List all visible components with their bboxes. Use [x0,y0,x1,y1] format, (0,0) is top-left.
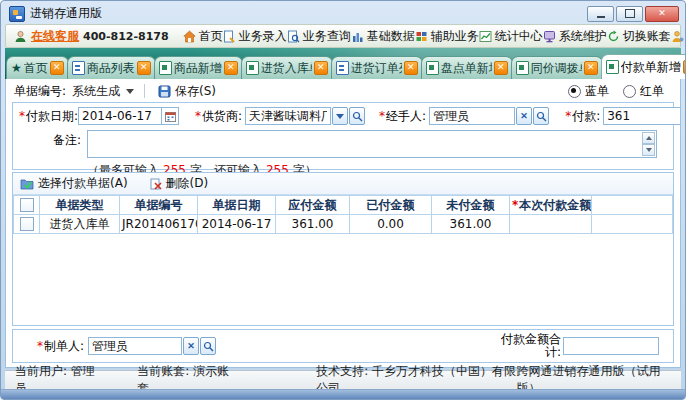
creator-input[interactable] [88,337,182,355]
minimize-icon [597,16,605,18]
tab-close-icon[interactable]: ✕ [50,61,64,75]
tab-label: 商品列表 [87,60,135,77]
tab-close-icon[interactable]: ✕ [404,61,418,75]
tab-close-icon[interactable]: ✕ [224,61,238,75]
grid-toolbar: 选择付款单据(A) 删除(D) [13,173,673,195]
tab-purchase-orders[interactable]: 进货订单列 ✕ [331,56,423,79]
remark-row: 备注: [13,130,673,161]
bar-chart-icon [351,30,364,43]
payment-input[interactable] [603,107,681,125]
radio-blue-label: 蓝单 [585,83,609,100]
tab-purchase-inbound[interactable]: 进货入库单 ✕ [241,56,333,79]
col-doc-type: 单据类型 [40,196,120,215]
scroll-down-icon[interactable] [642,144,655,156]
tab-label: 同价调拨单 [531,60,582,77]
chevron-down-icon[interactable] [126,89,134,98]
tab-close-icon[interactable]: ✕ [494,61,508,75]
refresh-icon [607,30,620,43]
menu-bar: 在线客服 400-812-8178 首页 业务录入 业务查询 基础数据 [5,24,681,48]
separator [144,84,145,98]
tab-close-icon[interactable]: ✕ [314,61,328,75]
fields-row: *付款日期: *供货商: *经手人: [13,103,673,129]
menu-item-home[interactable]: 首页 [183,28,223,45]
supplier-search-button[interactable] [349,107,365,125]
online-service-link[interactable]: 在线客服 [31,28,79,45]
cell-current-payment[interactable] [510,215,592,234]
payment-total-input[interactable] [563,337,659,355]
user-gear-icon [671,30,684,43]
customer-service-icon [14,30,27,43]
col-current-payment: *本次付款金额 [510,196,592,215]
maximize-button[interactable] [616,6,643,22]
menu-item-label: 系统维护 [559,28,607,45]
window-bottom-edge [1,389,685,399]
header-fields-box: *付款日期: *供货商: *经手人: [12,102,674,170]
creator-label: *制单人: [37,338,84,355]
table-row[interactable]: 进货入库单 JR201406170001 2014-06-17 361.00 0… [14,215,673,234]
remark-label: 备注: [19,130,81,149]
tab-payment-new[interactable]: 付款单新增 ✕ [601,54,686,79]
supplier-input[interactable] [245,107,331,125]
row-checkbox[interactable] [20,217,34,231]
menu-item-basedata[interactable]: 基础数据 [351,28,415,45]
creator-clear-button[interactable]: ✕ [183,337,199,355]
select-payment-docs-button[interactable]: 选择付款单据(A) [17,174,131,193]
menu-item-entry[interactable]: 业务录入 [223,28,287,45]
footer-box: *制单人: ✕ 付款金额合计: [12,329,674,363]
creator-search-button[interactable] [200,337,216,355]
monitor-icon [543,30,556,43]
tab-close-icon[interactable]: ✕ [137,61,151,75]
col-payable: 应付金额 [276,196,350,215]
radio-blue-doc[interactable]: 蓝单 [568,83,609,100]
pay-date-input[interactable] [78,107,162,125]
doc-number-value: 系统生成 [72,83,120,100]
tab-stocktake-new[interactable]: 盘点单新增 ✕ [421,56,513,79]
stats-icon [479,30,492,43]
handler-input[interactable] [429,107,515,125]
tab-home[interactable]: ★ 首页 ✕ [6,56,69,79]
tab-product-list[interactable]: 商品列表 ✕ [67,56,156,79]
select-all-checkbox[interactable] [20,198,34,212]
required-mark: * [379,109,385,123]
chevron-down-icon [336,114,344,123]
scroll-up-icon[interactable] [642,132,655,144]
app-icon [9,6,25,22]
tab-close-icon[interactable]: ✕ [584,61,598,75]
close-button[interactable]: ✕ [645,6,679,22]
online-service[interactable]: 在线客服 400-812-8178 [14,28,169,45]
document-icon [246,61,259,75]
delete-row-button[interactable]: 删除(D) [147,174,212,193]
menu-item-query[interactable]: 业务查询 [287,28,351,45]
radio-red-doc[interactable]: 红单 [623,83,664,100]
header-checkbox-cell [14,196,40,215]
payment-label: *付款: [565,108,600,125]
home-icon [183,30,196,43]
doc-color-radios: 蓝单 红单 [568,83,672,100]
search-icon [203,341,214,352]
tab-transfer-order[interactable]: 同价调拨单 ✕ [511,56,603,79]
calendar-icon[interactable] [162,107,179,125]
menu-item-personal-settings[interactable]: 个人设置 [671,28,686,45]
tab-label: 进货订单列 [351,60,402,77]
window-controls: ✕ [587,6,679,22]
row-checkbox-cell [14,215,40,234]
menu-item-maintenance[interactable]: 系统维护 [543,28,607,45]
menu-item-auxiliary[interactable]: 辅助业务 [415,28,479,45]
menu-item-statistics[interactable]: 统计中心 [479,28,543,45]
clear-x-icon: ✕ [187,341,195,351]
minimize-button[interactable] [587,6,614,22]
tab-label: 首页 [24,60,48,77]
tab-product-new[interactable]: 商品新增 ✕ [154,56,243,79]
save-icon [158,85,171,98]
textarea-scrollbar [642,132,655,156]
star-icon: ★ [11,62,22,74]
save-button[interactable]: 保存(S) [155,82,219,101]
supplier-dropdown-button[interactable] [332,107,348,125]
radio-red-label: 红单 [640,83,664,100]
menu-item-label: 首页 [199,28,223,45]
remark-textarea[interactable] [87,130,657,158]
menu-item-switch-account[interactable]: 切换账套 [607,28,671,45]
handler-search-button[interactable] [533,107,549,125]
maximize-icon [625,9,635,18]
handler-clear-button[interactable]: ✕ [516,107,532,125]
